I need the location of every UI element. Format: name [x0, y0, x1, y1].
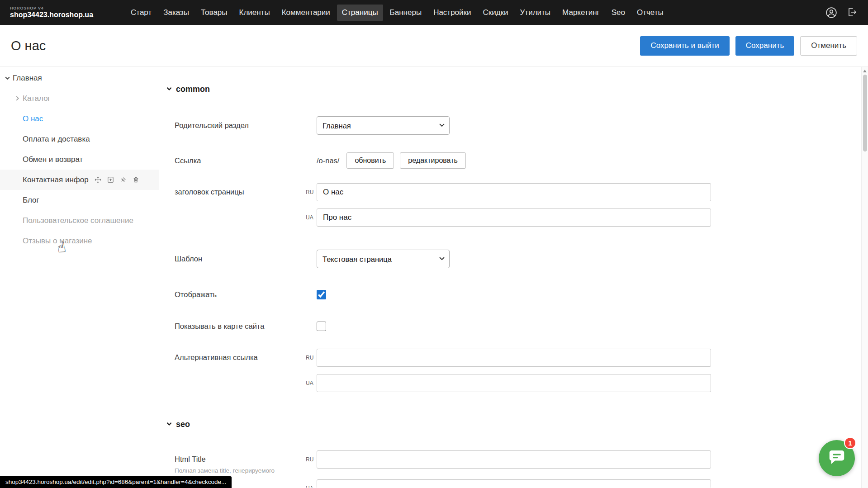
- add-icon[interactable]: [107, 176, 114, 184]
- lang-badge-ua: UA: [306, 485, 313, 488]
- vertical-scrollbar[interactable]: [861, 67, 868, 488]
- tree-item-label: Отзывы о магазине: [23, 237, 92, 246]
- chevron-right-icon[interactable]: [14, 95, 20, 101]
- nav-item-pages[interactable]: Страницы: [337, 5, 383, 21]
- tree-item-label: Оплата и доставка: [23, 135, 90, 144]
- navbar-right: [825, 7, 858, 19]
- nav-item-clients[interactable]: Клиенты: [234, 5, 275, 21]
- lang-badge-ru: RU: [306, 189, 313, 195]
- tree-item-label: Главная: [13, 74, 42, 83]
- nav-item-discounts[interactable]: Скидки: [478, 5, 513, 21]
- tree-item-katalog[interactable]: Каталог: [0, 88, 159, 109]
- tree-item-label: Блог: [23, 196, 39, 205]
- lang-badge-ru: RU: [306, 355, 313, 361]
- nav-item-products[interactable]: Товары: [196, 5, 232, 21]
- parent-section-select-wrap: Главная: [317, 116, 450, 135]
- field-label: Родительский раздел: [175, 121, 317, 130]
- tree-item-label: Пользовательское соглашение: [23, 216, 133, 225]
- tree-item-obmen-i-vozvrat[interactable]: Обмен и возврат: [0, 149, 159, 170]
- logo-domain: shop34423.horoshop.ua: [10, 11, 93, 19]
- field-label: заголовок страницы: [175, 183, 306, 196]
- section-common[interactable]: common: [159, 84, 868, 94]
- nav-item-settings[interactable]: Настройки: [428, 5, 476, 21]
- nav-item-seo[interactable]: Seo: [607, 5, 630, 21]
- field-hint: Полная замена title, генерируемого: [175, 467, 297, 474]
- lang-row-ua: UA: [306, 374, 711, 392]
- html-title-ua-input[interactable]: [317, 479, 711, 488]
- nav-item-comments[interactable]: Комментарии: [277, 5, 335, 21]
- template-row: Шаблон Текстовая страница: [159, 250, 868, 268]
- nav-item-reports[interactable]: Отчеты: [632, 5, 669, 21]
- gear-icon[interactable]: [119, 176, 127, 184]
- alt-link-row: Альтернативная ссылка RU UA: [159, 349, 868, 392]
- template-select-wrap: Текстовая страница: [317, 250, 450, 268]
- field-label: Ссылка: [175, 156, 317, 165]
- tree-item-o-nas[interactable]: О нас: [0, 109, 159, 129]
- html-title-inputs: RU UA: [306, 450, 711, 488]
- html-title-row: Html Title Полная замена title, генериру…: [159, 450, 868, 488]
- field-label: Отображать: [175, 290, 317, 299]
- tree-item-label: Обмен и возврат: [23, 155, 83, 164]
- scroll-up-icon[interactable]: [863, 70, 867, 72]
- tree-item-blog[interactable]: Блог: [0, 190, 159, 210]
- nav-item-start[interactable]: Старт: [126, 5, 157, 21]
- page-header: О нас Сохранить и выйти Сохранить Отмени…: [0, 25, 868, 66]
- link-path: /o-nas/: [317, 156, 339, 165]
- lang-row-ru: RU: [306, 450, 711, 469]
- page-edit-form: common Родительский раздел Главная Ссылк…: [159, 67, 868, 488]
- trash-icon[interactable]: [132, 176, 140, 184]
- tree-item-glavnaya[interactable]: Главная: [0, 68, 159, 88]
- nav-item-orders[interactable]: Заказы: [158, 5, 194, 21]
- field-label: Показывать в карте сайта: [175, 322, 317, 331]
- tree-item-label: О нас: [23, 114, 43, 123]
- link-preview-statusbar: shop34423.horoshop.ua/edit/edit.php?id=6…: [0, 476, 232, 488]
- chevron-down-icon: [166, 85, 172, 94]
- alt-link-ru-input[interactable]: [317, 349, 711, 367]
- section-title: seo: [176, 420, 190, 429]
- logo-version: HOROSHOP V4: [10, 6, 93, 10]
- link-row: Ссылка /o-nas/ обновить редактировать: [159, 152, 868, 169]
- tree-item-kontaktnaya-informaciya[interactable]: Контактная инфор: [0, 170, 159, 190]
- page-title-inputs: RU UA: [306, 183, 711, 227]
- logo[interactable]: HOROSHOP V4 shop34423.horoshop.ua: [10, 6, 93, 19]
- page-title: О нас: [11, 38, 46, 53]
- refresh-link-button[interactable]: обновить: [346, 152, 394, 169]
- alt-link-inputs: RU UA: [306, 349, 711, 392]
- template-select[interactable]: Текстовая страница: [317, 250, 450, 268]
- pages-tree-sidebar: Главная Каталог О нас Оплата и доставка …: [0, 67, 159, 488]
- chevron-down-icon: [166, 420, 172, 429]
- lang-row-ua: UA: [306, 479, 711, 488]
- logout-icon[interactable]: [846, 7, 858, 19]
- lang-badge-ru: RU: [306, 456, 313, 463]
- nav-item-marketing[interactable]: Маркетинг: [557, 5, 605, 21]
- scrollbar-thumb[interactable]: [863, 75, 867, 152]
- page-title-ua-input[interactable]: [317, 208, 711, 227]
- save-and-exit-button[interactable]: Сохранить и выйти: [640, 36, 729, 56]
- nav-item-utilities[interactable]: Утилиты: [515, 5, 556, 21]
- parent-section-select[interactable]: Главная: [317, 116, 450, 135]
- sitemap-checkbox[interactable]: [317, 322, 326, 331]
- move-icon[interactable]: [94, 176, 102, 184]
- field-label-block: Html Title Полная замена title, генериру…: [175, 450, 306, 474]
- tree-item-oplata-i-dostavka[interactable]: Оплата и доставка: [0, 129, 159, 149]
- html-title-ru-input[interactable]: [317, 450, 711, 469]
- field-label: Альтернативная ссылка: [175, 349, 306, 362]
- chevron-down-icon[interactable]: [5, 75, 10, 81]
- section-seo[interactable]: seo: [159, 419, 868, 429]
- tree-item-polzovatelskoe-soglashenie[interactable]: Пользовательское соглашение: [0, 210, 159, 231]
- display-checkbox[interactable]: [317, 290, 326, 299]
- page-title-ru-input[interactable]: [317, 183, 711, 201]
- save-button[interactable]: Сохранить: [735, 36, 794, 56]
- tree-item-otzyvy-o-magazine[interactable]: Отзывы о магазине: [0, 231, 159, 251]
- tree-item-label: Каталог: [23, 94, 51, 103]
- field-label: Шаблон: [175, 255, 317, 263]
- account-icon[interactable]: [825, 7, 837, 19]
- lang-row-ua: UA: [306, 208, 711, 227]
- chat-icon: [828, 449, 846, 468]
- edit-link-button[interactable]: редактировать: [400, 152, 465, 169]
- chat-widget-button[interactable]: 1: [819, 440, 855, 476]
- nav-item-banners[interactable]: Баннеры: [385, 5, 427, 21]
- alt-link-ua-input[interactable]: [317, 374, 711, 392]
- field-label: Html Title: [175, 455, 306, 464]
- cancel-button[interactable]: Отменить: [800, 36, 857, 56]
